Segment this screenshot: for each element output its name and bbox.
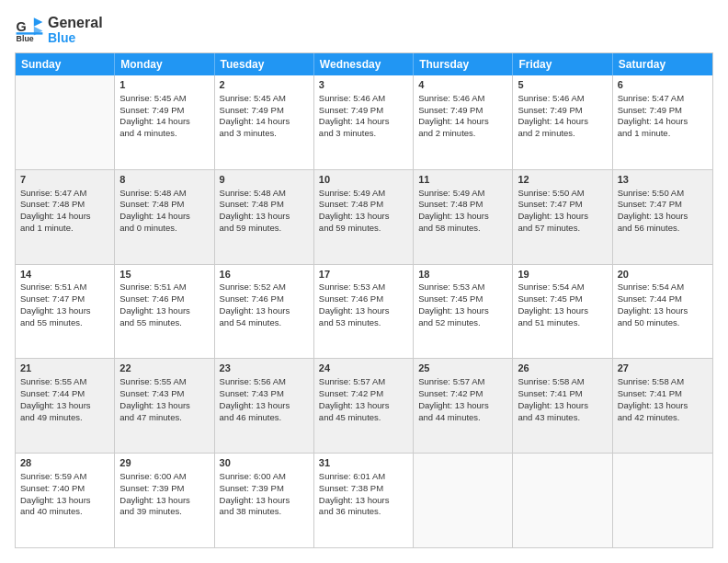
day-info: Daylight: 13 hours <box>319 495 408 507</box>
day-number: 31 <box>319 456 408 470</box>
day-info: Sunset: 7:48 PM <box>20 199 109 211</box>
day-info: Daylight: 13 hours <box>20 495 109 507</box>
day-info: Sunrise: 5:52 AM <box>220 282 309 293</box>
day-info: Sunset: 7:49 PM <box>418 105 507 117</box>
day-info: Sunset: 7:48 PM <box>119 199 209 211</box>
calendar-row-4: 21Sunrise: 5:55 AMSunset: 7:44 PMDayligh… <box>16 359 712 454</box>
calendar-row-1: 1Sunrise: 5:45 AMSunset: 7:49 PMDaylight… <box>16 75 712 170</box>
day-info: Sunrise: 5:58 AM <box>618 376 708 388</box>
day-info: Sunrise: 5:57 AM <box>319 376 408 388</box>
day-info: Daylight: 13 hours <box>518 211 607 223</box>
day-number: 8 <box>119 173 209 187</box>
day-info: and 49 minutes. <box>20 412 109 424</box>
day-info: Sunrise: 5:51 AM <box>119 282 209 293</box>
day-info: Sunrise: 5:54 AM <box>618 282 708 293</box>
day-info: and 47 minutes. <box>119 412 209 424</box>
calendar-cell: 8Sunrise: 5:48 AMSunset: 7:48 PMDaylight… <box>115 170 214 264</box>
day-info: and 55 minutes. <box>119 317 209 329</box>
day-number: 6 <box>618 78 708 92</box>
day-info: and 38 minutes. <box>220 506 309 518</box>
day-info: Sunrise: 5:46 AM <box>418 93 507 105</box>
day-info: Daylight: 13 hours <box>518 305 607 317</box>
day-number: 29 <box>119 456 209 470</box>
day-info: Daylight: 13 hours <box>119 495 209 507</box>
day-info: Sunrise: 5:58 AM <box>518 376 607 388</box>
day-info: Daylight: 13 hours <box>20 400 109 412</box>
calendar-cell: 21Sunrise: 5:55 AMSunset: 7:44 PMDayligh… <box>16 359 115 453</box>
day-info: Daylight: 14 hours <box>119 116 209 128</box>
day-info: and 57 minutes. <box>518 223 607 235</box>
day-info: and 40 minutes. <box>20 506 109 518</box>
day-info: and 0 minutes. <box>119 223 209 235</box>
day-info: Sunrise: 6:01 AM <box>319 471 408 483</box>
calendar-row-5: 28Sunrise: 5:59 AMSunset: 7:40 PMDayligh… <box>16 454 712 547</box>
calendar-cell: 28Sunrise: 5:59 AMSunset: 7:40 PMDayligh… <box>16 454 115 547</box>
day-info: Daylight: 13 hours <box>119 400 209 412</box>
day-number: 16 <box>220 268 309 282</box>
day-info: Sunset: 7:47 PM <box>20 293 109 305</box>
day-info: Sunrise: 5:56 AM <box>220 376 309 388</box>
header: G Blue General Blue <box>15 15 713 45</box>
day-info: Sunrise: 5:59 AM <box>20 471 109 483</box>
day-info: Sunset: 7:41 PM <box>618 388 708 400</box>
day-info: and 1 minute. <box>20 223 109 235</box>
day-info: and 58 minutes. <box>418 223 507 235</box>
day-info: Sunset: 7:49 PM <box>119 105 209 117</box>
day-info: Sunset: 7:39 PM <box>119 483 209 495</box>
day-info: Daylight: 13 hours <box>518 400 607 412</box>
calendar-cell: 25Sunrise: 5:57 AMSunset: 7:42 PMDayligh… <box>414 359 513 453</box>
header-day-tuesday: Tuesday <box>215 53 314 75</box>
day-number: 7 <box>20 173 109 187</box>
day-info: Daylight: 14 hours <box>119 211 209 223</box>
day-info: Daylight: 13 hours <box>618 211 708 223</box>
day-number: 2 <box>220 78 309 92</box>
day-info: Sunset: 7:39 PM <box>220 483 309 495</box>
day-number: 18 <box>418 268 507 282</box>
header-day-saturday: Saturday <box>613 53 712 75</box>
day-info: Sunrise: 5:48 AM <box>119 188 209 200</box>
day-number: 5 <box>518 78 607 92</box>
calendar-cell: 2Sunrise: 5:45 AMSunset: 7:49 PMDaylight… <box>215 75 314 169</box>
day-number: 21 <box>20 362 109 375</box>
day-number: 27 <box>618 362 708 375</box>
day-info: Sunrise: 5:55 AM <box>20 376 109 388</box>
calendar-cell: 29Sunrise: 6:00 AMSunset: 7:39 PMDayligh… <box>115 454 214 547</box>
day-info: Sunset: 7:42 PM <box>418 388 507 400</box>
calendar-cell: 5Sunrise: 5:46 AMSunset: 7:49 PMDaylight… <box>513 75 612 169</box>
calendar-cell: 18Sunrise: 5:53 AMSunset: 7:45 PMDayligh… <box>414 265 513 359</box>
logo-icon: G Blue <box>15 15 44 44</box>
calendar-cell <box>414 454 513 547</box>
day-info: Sunset: 7:49 PM <box>319 105 408 117</box>
day-info: Daylight: 14 hours <box>319 116 408 128</box>
day-info: and 4 minutes. <box>119 128 209 140</box>
day-info: Sunset: 7:47 PM <box>518 199 607 211</box>
logo-text: General <box>48 15 103 31</box>
day-info: and 51 minutes. <box>518 317 607 329</box>
calendar-row-3: 14Sunrise: 5:51 AMSunset: 7:47 PMDayligh… <box>16 265 712 360</box>
day-info: and 55 minutes. <box>20 317 109 329</box>
day-info: Sunset: 7:49 PM <box>220 105 309 117</box>
calendar-cell: 30Sunrise: 6:00 AMSunset: 7:39 PMDayligh… <box>215 454 314 547</box>
day-number: 10 <box>319 173 408 187</box>
calendar-cell: 19Sunrise: 5:54 AMSunset: 7:45 PMDayligh… <box>513 265 612 359</box>
day-info: and 3 minutes. <box>319 128 408 140</box>
day-info: Daylight: 14 hours <box>20 211 109 223</box>
day-info: Sunrise: 5:47 AM <box>20 188 109 200</box>
day-info: Sunrise: 5:46 AM <box>319 93 408 105</box>
day-info: and 59 minutes. <box>220 223 309 235</box>
day-info: and 53 minutes. <box>319 317 408 329</box>
day-info: Sunset: 7:45 PM <box>418 293 507 305</box>
calendar-cell: 14Sunrise: 5:51 AMSunset: 7:47 PMDayligh… <box>16 265 115 359</box>
svg-text:G: G <box>17 19 27 34</box>
day-number: 28 <box>20 456 109 470</box>
day-info: Sunset: 7:48 PM <box>220 199 309 211</box>
day-info: Sunrise: 5:49 AM <box>319 188 408 200</box>
day-info: and 45 minutes. <box>319 412 408 424</box>
day-number: 9 <box>220 173 309 187</box>
day-info: Sunrise: 5:51 AM <box>20 282 109 293</box>
day-info: Sunset: 7:47 PM <box>618 199 708 211</box>
day-info: Sunrise: 5:55 AM <box>119 376 209 388</box>
svg-text:Blue: Blue <box>17 34 34 43</box>
day-info: Sunset: 7:49 PM <box>618 105 708 117</box>
day-info: Daylight: 13 hours <box>319 211 408 223</box>
